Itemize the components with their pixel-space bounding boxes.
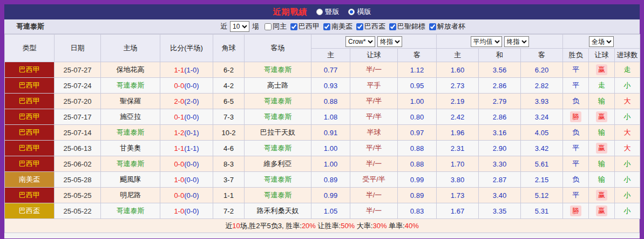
league-filter-checkbox[interactable]: 南美盃 (323, 22, 352, 31)
result-wdl-cell: 负 (563, 125, 589, 141)
header-type: 类型 (5, 35, 55, 62)
league-filter-checkbox[interactable]: 同主 (265, 22, 287, 31)
header-asian-home: 主 (311, 49, 350, 62)
result-goals-cell: 小 (615, 172, 640, 188)
match-row: 巴西甲25-07-17施亞拉0-1(0-0)7-3哥連泰斯1.08平/半0.80… (5, 109, 640, 125)
checkbox-label: 南美盃 (331, 22, 352, 31)
result-badge: 赢 (596, 111, 607, 122)
header-home: 主场 (101, 35, 160, 62)
result-wdl-cell: 平 (563, 156, 589, 172)
header-euro-draw: 和 (479, 49, 521, 62)
checkbox-label: 巴聖錦標 (397, 22, 425, 31)
result-badge: 平 (572, 190, 580, 200)
league-filter-checkbox[interactable]: 巴聖錦標 (389, 22, 425, 31)
score-cell: 1-2(0-1) (160, 125, 213, 141)
away-team-cell: 哥連泰斯 (245, 172, 311, 188)
radio-unchecked-icon (316, 9, 323, 15)
games-count-select[interactable]: 10 (230, 21, 249, 32)
scope-select[interactable]: 全场 (589, 36, 614, 47)
scope-select-group: 全场 (563, 35, 640, 49)
result-handicap-cell: 输 (589, 125, 615, 141)
asian-away-odds-cell: 0.88 (398, 156, 437, 172)
match-row: 巴西甲25-06-02哥連泰斯0-0(0-0)8-3維多利亞1.00半/一0.8… (5, 156, 640, 172)
horizontal-layout-radio[interactable]: 橫版 (348, 7, 371, 17)
result-badge: 赢 (596, 205, 607, 216)
summary-segment: 40% (405, 222, 419, 230)
euro-draw-odds-cell: 3.56 (479, 62, 521, 78)
score-cell: 1-1(1-1) (160, 141, 213, 156)
result-wdl-cell: 负 (563, 94, 589, 109)
league-cell: 巴西甲 (5, 94, 55, 109)
asian-handicap-cell: 受平/半 (350, 172, 398, 188)
date-cell: 25-07-27 (55, 62, 101, 78)
summary-segment: 近 (225, 222, 232, 230)
half-score: (2-0) (184, 97, 199, 105)
result-goals-cell: 小 (615, 109, 640, 125)
corner-cell: 7-3 (213, 109, 245, 125)
checkbox-input[interactable] (356, 23, 363, 30)
checkbox-input[interactable] (265, 23, 272, 30)
result-badge: 负 (572, 175, 580, 184)
home-team-cell: 甘美奧 (101, 141, 160, 156)
full-score: 1-0 (174, 207, 184, 215)
date-cell: 25-05-28 (55, 172, 101, 188)
vertical-layout-radio[interactable]: 豎版 (316, 7, 340, 17)
date-cell: 25-06-02 (55, 156, 101, 172)
asian-handicap-cell: 平/半 (350, 109, 398, 125)
asian-time-select[interactable]: 终指 (377, 36, 402, 47)
full-score: 1-0 (174, 176, 184, 184)
checkbox-label: 巴西盃 (364, 22, 385, 31)
home-team-cell: 颶風隊 (101, 172, 160, 188)
away-team-cell: 哥連泰斯 (245, 109, 311, 125)
result-wdl-cell: 勝 (563, 203, 589, 219)
match-row: 巴西甲25-06-13甘美奧1-1(1-1)4-6哥連泰斯1.00平/半0.88… (5, 141, 640, 156)
summary-segment: 50% (341, 222, 355, 230)
asian-home-odds-cell: 0.88 (311, 94, 350, 109)
away-team-cell: 哥連泰斯 (245, 188, 311, 203)
league-cell: 巴西甲 (5, 156, 55, 172)
date-cell: 25-05-22 (55, 203, 101, 219)
table-head: 类型 日期 主场 比分(半场) 角球 客场 Crow* 终指 平均值 终指 (5, 35, 640, 62)
euro-company-select[interactable]: 平均值 (471, 36, 502, 47)
result-badge: 小 (623, 175, 632, 184)
result-wdl-cell: 勝 (563, 109, 589, 125)
half-score: (1-1) (184, 144, 199, 152)
checkbox-input[interactable] (429, 23, 436, 30)
result-handicap-cell: 输 (589, 94, 615, 109)
home-team-cell: 聖保羅 (101, 94, 160, 109)
summary-segment: 场,胜2平5负3, 胜率: (240, 222, 302, 230)
games-suffix-label: 場 (252, 22, 259, 31)
league-filter-checkbox[interactable]: 巴西盃 (356, 22, 385, 31)
score-cell: 0-1(0-0) (160, 109, 213, 125)
result-wdl-cell: 平 (563, 78, 589, 94)
header-result-goals: 进球数 (615, 49, 640, 62)
corner-cell: 4-6 (213, 141, 245, 156)
selects-header-row: 类型 日期 主场 比分(半场) 角球 客场 Crow* 终指 平均值 终指 (5, 35, 640, 49)
home-team-cell: 施亞拉 (101, 109, 160, 125)
league-filter-checkbox[interactable]: 解放者杯 (429, 22, 465, 31)
half-score: (0-0) (184, 113, 199, 121)
title-bar: 近期戰績 豎版 橫版 (4, 4, 640, 19)
checkbox-input[interactable] (290, 23, 297, 30)
asian-handicap-cell: 半/一 (350, 203, 398, 219)
away-team-cell: 維多利亞 (245, 156, 311, 172)
result-badge: 输 (598, 128, 606, 137)
checkbox-input[interactable] (323, 23, 330, 30)
home-team-cell: 保地花高 (101, 62, 160, 78)
league-filter-checkbox[interactable]: 巴西甲 (290, 22, 320, 31)
asian-company-select[interactable]: Crow* (345, 36, 375, 47)
summary-segment: 10 (232, 222, 240, 230)
result-goals-cell: 小 (615, 203, 640, 219)
score-cell: 1-1(1-0) (160, 62, 213, 78)
result-badge: 大 (623, 96, 632, 106)
checkbox-input[interactable] (389, 23, 396, 30)
euro-home-odds-cell: 1.70 (437, 156, 479, 172)
league-cell: 巴西甲 (5, 125, 55, 141)
league-cell: 巴西甲 (5, 62, 55, 78)
euro-draw-odds-cell: 3.30 (479, 156, 521, 172)
asian-handicap-cell: 平/半 (350, 94, 398, 109)
header-result-wdl: 胜负 (563, 49, 589, 62)
euro-time-select[interactable]: 终指 (504, 36, 529, 47)
score-cell: 0-0(0-0) (160, 156, 213, 172)
summary-segment: 大率: (355, 222, 372, 230)
